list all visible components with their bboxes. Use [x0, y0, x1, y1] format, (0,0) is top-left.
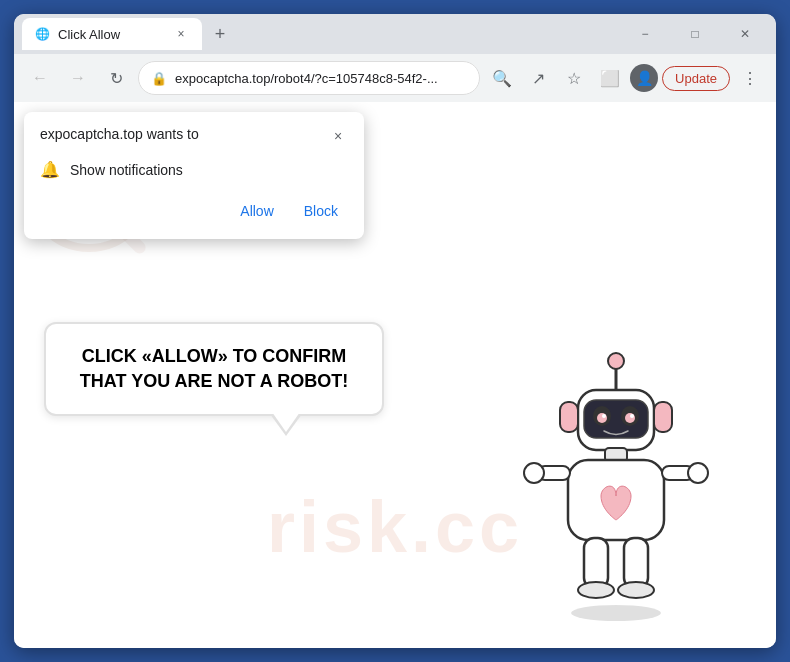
- svg-point-11: [630, 414, 634, 418]
- update-button[interactable]: Update: [662, 66, 730, 91]
- tab-view-icon-button[interactable]: ⬜: [594, 62, 626, 94]
- svg-rect-20: [584, 538, 608, 588]
- address-text: expocaptcha.top/robot4/?c=105748c8-54f2-…: [175, 71, 467, 86]
- notification-item: 🔔 Show notifications: [40, 156, 348, 183]
- svg-point-8: [597, 413, 607, 423]
- popup-close-button[interactable]: ×: [328, 126, 348, 146]
- toolbar: ← → ↻ 🔒 expocaptcha.top/robot4/?c=105748…: [14, 54, 776, 102]
- more-options-button[interactable]: ⋮: [734, 62, 766, 94]
- svg-point-10: [602, 414, 606, 418]
- notification-item-text: Show notifications: [70, 162, 183, 178]
- svg-point-9: [625, 413, 635, 423]
- svg-point-18: [524, 463, 544, 483]
- robot-svg: [516, 348, 716, 628]
- popup-title: expocaptcha.top wants to: [40, 126, 199, 142]
- profile-icon[interactable]: 👤: [630, 64, 658, 92]
- svg-rect-13: [654, 402, 672, 432]
- tab-favicon-icon: 🌐: [34, 26, 50, 42]
- notification-popup: expocaptcha.top wants to × 🔔 Show notifi…: [24, 112, 364, 239]
- popup-buttons: Allow Block: [40, 197, 348, 225]
- svg-rect-12: [560, 402, 578, 432]
- tab-area: 🌐 Click Allow × +: [22, 18, 616, 50]
- search-icon-button[interactable]: 🔍: [486, 62, 518, 94]
- title-bar: 🌐 Click Allow × + − □ ✕: [14, 14, 776, 54]
- svg-point-3: [608, 353, 624, 369]
- toolbar-actions: 🔍 ↗ ☆ ⬜ 👤 Update ⋮: [486, 62, 766, 94]
- tab-title: Click Allow: [58, 27, 164, 42]
- bell-icon: 🔔: [40, 160, 60, 179]
- popup-header: expocaptcha.top wants to ×: [40, 126, 348, 146]
- bookmark-icon-button[interactable]: ☆: [558, 62, 590, 94]
- back-button[interactable]: ←: [24, 62, 56, 94]
- close-button[interactable]: ✕: [722, 18, 768, 50]
- robot-character: [516, 348, 716, 628]
- speech-bubble: CLICK «ALLOW» TO CONFIRM THAT YOU ARE NO…: [44, 322, 384, 416]
- browser-window: 🌐 Click Allow × + − □ ✕ ← → ↻ 🔒 expocapt…: [14, 14, 776, 648]
- new-tab-button[interactable]: +: [206, 20, 234, 48]
- refresh-button[interactable]: ↻: [100, 62, 132, 94]
- svg-point-19: [688, 463, 708, 483]
- browser-tab[interactable]: 🌐 Click Allow ×: [22, 18, 202, 50]
- svg-point-22: [578, 582, 614, 598]
- lock-icon: 🔒: [151, 71, 167, 86]
- forward-button[interactable]: →: [62, 62, 94, 94]
- minimize-button[interactable]: −: [622, 18, 668, 50]
- svg-rect-21: [624, 538, 648, 588]
- address-bar[interactable]: 🔒 expocaptcha.top/robot4/?c=105748c8-54f…: [138, 61, 480, 95]
- bubble-text: CLICK «ALLOW» TO CONFIRM THAT YOU ARE NO…: [70, 344, 358, 394]
- allow-button[interactable]: Allow: [230, 197, 283, 225]
- share-icon-button[interactable]: ↗: [522, 62, 554, 94]
- page-content: risk.cc expocaptcha.top wants to × 🔔 Sho…: [14, 102, 776, 648]
- svg-point-23: [618, 582, 654, 598]
- block-button[interactable]: Block: [294, 197, 348, 225]
- maximize-button[interactable]: □: [672, 18, 718, 50]
- window-controls: − □ ✕: [622, 18, 768, 50]
- svg-point-24: [571, 605, 661, 621]
- tab-close-button[interactable]: ×: [172, 25, 190, 43]
